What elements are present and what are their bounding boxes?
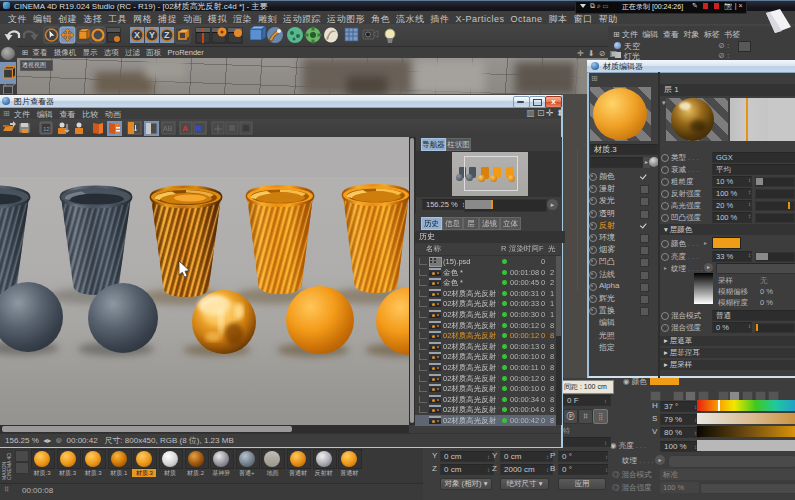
svg-text:AB: AB xyxy=(163,125,173,132)
svg-text:12: 12 xyxy=(43,126,50,132)
svg-text:X: X xyxy=(134,30,140,40)
svg-text:A: A xyxy=(182,124,188,133)
svg-text:Y: Y xyxy=(149,30,155,40)
svg-text:Z: Z xyxy=(164,30,170,40)
svg-text:B: B xyxy=(196,124,202,133)
